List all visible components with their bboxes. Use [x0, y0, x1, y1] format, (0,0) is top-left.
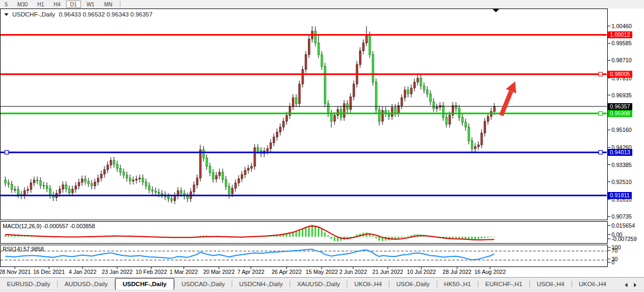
indicator-axis-tick: -0.007259: [612, 236, 637, 242]
date-axis-label: 16 Dec 2021: [33, 269, 65, 275]
price-badge-1.00012: 1.00012: [608, 31, 632, 38]
symbol-tab-usdcad-daily[interactable]: USDCAD-,Daily: [175, 279, 232, 290]
timeframe-button-5[interactable]: 5: [1, 1, 12, 8]
date-axis-label: 21 Jun 2022: [372, 269, 403, 275]
main-chart-pane[interactable]: [0, 9, 608, 220]
price-badge-0.96357: 0.96357: [608, 103, 632, 110]
timeframe-button-w1[interactable]: W1: [82, 1, 99, 8]
symbol-tab-usdcnh-daily[interactable]: USDCNH-,Daily: [232, 279, 290, 290]
rsi-label: RSI(14) 57.9858: [3, 246, 44, 252]
trading-terminal-window: 5M30H1H4D1W1MN USDCHF-,Daily 0.96433 0.9…: [0, 0, 644, 292]
symbol-tab-usdchf-daily[interactable]: USDCHF-,Daily: [115, 278, 174, 290]
indicator-axis-tick: 0: [612, 259, 615, 265]
timeframe-button-h4[interactable]: H4: [50, 1, 65, 8]
symbol-tab-eurchf-h1[interactable]: EURCHF-,H1: [478, 279, 529, 290]
symbol-tab-ukoil-h4[interactable]: UKOil-,H4: [347, 279, 389, 290]
price-axis-tick: 0.93385: [612, 162, 632, 168]
date-axis-label: 7 Apr 2022: [238, 269, 265, 275]
price-badge-0.91811: 0.91811: [608, 192, 632, 199]
symbol-tab-hk50-h1[interactable]: HK50-,H1: [437, 279, 478, 290]
timeframe-button-h1[interactable]: H1: [33, 1, 48, 8]
timeframe-button-m30[interactable]: M30: [13, 1, 32, 8]
toolbar-separator: [120, 1, 120, 7]
date-axis-label: 26 Apr 2022: [272, 269, 302, 275]
timeframe-toolbar: 5M30H1H4D1W1MN: [0, 0, 644, 9]
status-strip: [0, 290, 644, 292]
macd-label: MACD(12,26,9) -0.000557 -0.003858: [3, 223, 95, 229]
date-axis-label: 28 Nov 2021: [0, 269, 31, 275]
symbol-tab-ukoil-h4[interactable]: UKOil-,H4: [572, 279, 614, 290]
indicator-axis-tick: 0.015654: [612, 222, 635, 229]
symbol-tab-bar: EURUSD-,DailyAUDUSD-,DailyUSDCHF-,DailyU…: [0, 277, 644, 290]
date-axis-label: 15 May 2022: [306, 269, 338, 275]
symbol-tab-eurusd-daily[interactable]: EURUSD-,Daily: [0, 279, 57, 290]
price-axis-tick: 0.90735: [612, 213, 632, 220]
date-axis-label: 2 Jun 2022: [339, 269, 367, 275]
date-axis-label: 10 Feb 2022: [136, 269, 167, 275]
date-axis-label: 16 Aug 2022: [475, 269, 506, 275]
price-badge-0.98005: 0.98005: [608, 71, 632, 78]
symbol-tab-usoil-h4[interactable]: USOil-,H4: [530, 279, 572, 290]
indicator-axis-tick: 70: [612, 247, 618, 254]
price-axis-tick: 0.92510: [612, 179, 632, 185]
tab-scroll-right-icon[interactable]: [634, 283, 637, 287]
price-badge-0.95998: 0.95998: [608, 110, 632, 117]
chart-ohlc-quotes: 0.96433 0.96532 0.96343 0.96357: [59, 11, 153, 18]
date-axis-label: 1 Mar 2022: [169, 269, 198, 275]
chart-dropdown-icon[interactable]: [4, 13, 9, 16]
price-axis-tick: 1.00460: [612, 23, 632, 29]
date-axis-label: 20 Mar 2022: [203, 269, 235, 275]
symbol-tab-xauusd-daily[interactable]: XAUUSD-,Daily: [290, 279, 347, 290]
timeframe-button-mn[interactable]: MN: [100, 1, 117, 8]
symbol-tab-audusd-daily[interactable]: AUDUSD-,Daily: [58, 279, 115, 290]
tab-scroll-controls: [622, 283, 644, 290]
date-axis-label: 23 Jan 2022: [102, 269, 133, 275]
tab-scroll-left-icon[interactable]: [625, 283, 627, 287]
rsi-indicator-pane[interactable]: [0, 245, 608, 267]
price-axis-tick: 0.96935: [612, 92, 632, 98]
price-axis-tick: 0.98710: [612, 57, 632, 63]
price-badge-0.94013: 0.94013: [608, 149, 632, 156]
date-axis-label: 10 Jul 2022: [407, 269, 436, 275]
chart-symbol-label: USDCHF-,Daily: [12, 11, 55, 18]
price-axis-tick: 0.99585: [612, 40, 632, 46]
chart-title: USDCHF-,Daily 0.96433 0.96532 0.96343 0.…: [4, 11, 152, 18]
date-axis-label: 28 Jul 2022: [443, 269, 471, 275]
price-axis-tick: 0.95160: [612, 127, 632, 133]
symbol-tab-usoil-daily[interactable]: USOil-,Daily: [389, 279, 437, 290]
timeframe-button-d1[interactable]: D1: [66, 1, 81, 8]
date-axis-label: 4 Jan 2022: [69, 269, 96, 275]
